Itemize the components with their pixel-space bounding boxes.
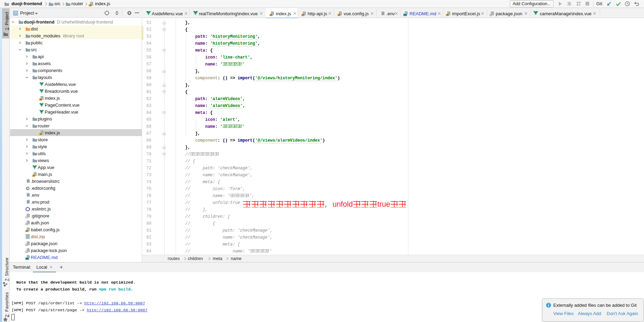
svg-text:{}: {} [25, 251, 28, 253]
svg-text:JS: JS [39, 133, 42, 135]
svg-text:JS: JS [446, 14, 449, 16]
svg-text:JS: JS [89, 4, 91, 6]
svg-text:JS: JS [270, 14, 272, 16]
svg-text:JS: JS [26, 230, 28, 232]
svg-text:JS: JS [302, 14, 304, 16]
svg-text:MD: MD [404, 14, 407, 16]
svg-text:{}: {} [489, 14, 492, 16]
svg-text:JS: JS [338, 14, 340, 16]
svg-text:JS: JS [39, 98, 42, 100]
svg-text:MD: MD [26, 258, 29, 260]
svg-text:JS: JS [33, 175, 35, 177]
svg-text:{}: {} [25, 244, 28, 246]
svg-text:{}: {} [25, 223, 28, 225]
